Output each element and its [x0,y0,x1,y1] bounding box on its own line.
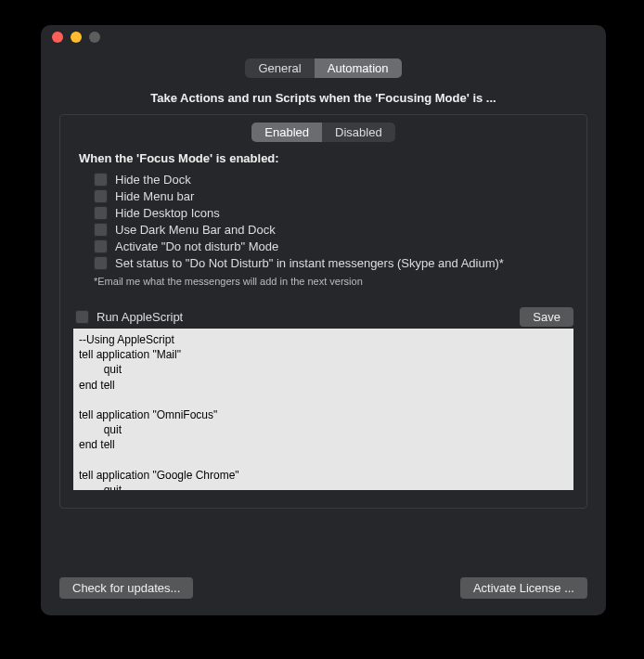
checkbox-icon[interactable] [94,189,108,203]
checkbox-icon[interactable] [94,223,108,237]
tab-general[interactable]: General [245,58,314,78]
check-dnd-mode[interactable]: Activate "Do not disturb" Mode [94,239,573,253]
check-label: Run AppleScript [97,310,183,324]
check-label: Set status to "Do Not Disturb" in instan… [115,256,504,270]
page-subtitle: Take Actions and run Scripts when the 'F… [41,91,606,105]
main-tabs: General Automation [41,58,606,78]
checkbox-icon[interactable] [94,239,108,253]
check-label: Hide the Dock [115,173,191,187]
minimize-icon[interactable] [71,32,82,43]
state-tabs: Enabled Disabled [73,123,573,142]
check-dark-menubar-dock[interactable]: Use Dark Menu Bar and Dock [94,223,573,237]
applescript-textarea[interactable] [73,329,573,490]
tab-automation[interactable]: Automation [315,58,402,78]
checkbox-icon[interactable] [94,206,108,220]
tab-enabled[interactable]: Enabled [251,123,322,142]
check-dnd-messengers[interactable]: Set status to "Do Not Disturb" in instan… [94,256,573,270]
messengers-note: *Email me what the messengers will add i… [94,276,573,287]
check-hide-menubar[interactable]: Hide Menu bar [94,189,573,203]
checkbox-icon[interactable] [94,256,108,270]
check-label: Hide Desktop Icons [115,206,220,220]
check-label: Use Dark Menu Bar and Dock [115,223,276,237]
tab-disabled[interactable]: Disabled [322,123,395,142]
activate-license-button[interactable]: Activate License ... [460,577,587,599]
check-label: Activate "Do not disturb" Mode [115,239,278,253]
check-updates-button[interactable]: Check for updates... [59,577,193,599]
save-button[interactable]: Save [520,307,573,327]
check-hide-dock[interactable]: Hide the Dock [94,173,573,187]
titlebar [41,25,606,49]
check-run-applescript[interactable]: Run AppleScript [75,310,183,324]
preferences-window: General Automation Take Actions and run … [41,25,606,615]
maximize-icon [89,32,100,43]
checkbox-icon[interactable] [75,310,89,324]
checkbox-icon[interactable] [94,173,108,187]
check-label: Hide Menu bar [115,189,194,203]
check-hide-desktop-icons[interactable]: Hide Desktop Icons [94,206,573,220]
section-title: When the 'Focus Mode' is enabled: [79,151,573,165]
automation-panel: Enabled Disabled When the 'Focus Mode' i… [59,114,587,509]
close-icon[interactable] [52,32,63,43]
